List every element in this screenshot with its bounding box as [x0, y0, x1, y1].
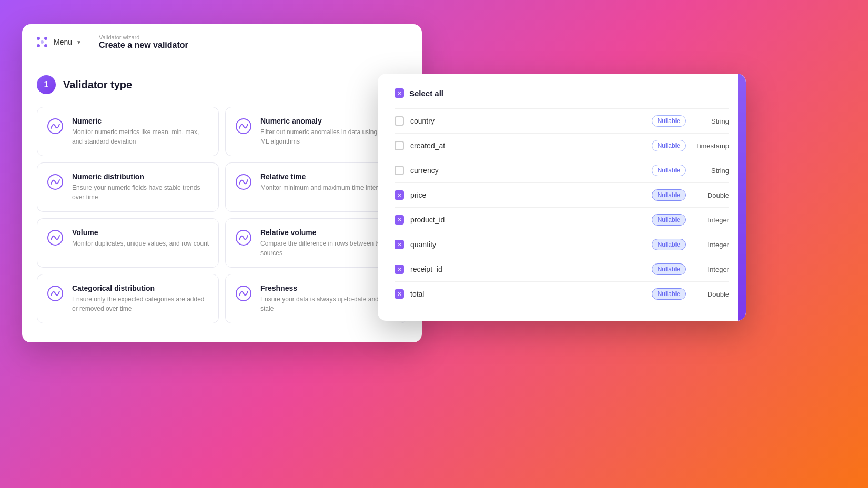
numeric-distribution-desc: Ensure your numeric fields have stable t… — [72, 183, 210, 202]
relative-volume-icon — [234, 228, 253, 247]
svg-point-3 — [44, 44, 47, 47]
column-checkbox-country[interactable] — [395, 116, 404, 126]
nullable-badge-price: Nullable — [652, 189, 686, 201]
wizard-title: Create a new validator — [99, 40, 188, 50]
column-row-total: ✕totalNullableDouble — [395, 281, 729, 306]
type-badge-price: Double — [692, 191, 729, 199]
nullable-badge-created_at: Nullable — [652, 140, 686, 151]
step-header: 1 Validator type — [37, 75, 407, 94]
select-all-checkbox[interactable]: ✕ — [395, 88, 404, 98]
column-row-receipt_id: ✕receipt_idNullableInteger — [395, 257, 729, 281]
freshness-icon — [234, 284, 253, 303]
numeric-distribution-name: Numeric distribution — [72, 172, 210, 181]
header-title-group: Validator wizard Create a new validator — [99, 34, 188, 50]
column-row-currency: currencyNullableString — [395, 158, 729, 182]
numeric-desc: Monitor numeric metrics like mean, min, … — [72, 127, 210, 146]
column-row-created_at: created_atNullableTimestamp — [395, 133, 729, 158]
column-row-quantity: ✕quantityNullableInteger — [395, 232, 729, 257]
select-all-label: Select all — [409, 89, 443, 98]
validator-card-numeric[interactable]: Numeric Monitor numeric metrics like mea… — [37, 107, 219, 156]
volume-name: Volume — [72, 228, 209, 237]
logo-icon — [35, 35, 49, 49]
validator-card-volume[interactable]: Volume Monitor duplicates, unique values… — [37, 218, 219, 268]
relative-time-content: Relative time Monitor minimum and maximu… — [260, 172, 389, 192]
wizard-panel: Menu ▼ Validator wizard Create a new val… — [22, 24, 422, 342]
numeric-icon — [46, 117, 65, 136]
validator-grid: Numeric Monitor numeric metrics like mea… — [37, 107, 407, 323]
step-badge: 1 — [37, 75, 56, 94]
step-title: Validator type — [63, 79, 132, 91]
svg-point-0 — [37, 37, 40, 40]
nullable-badge-product_id: Nullable — [652, 214, 686, 226]
svg-point-4 — [41, 40, 44, 44]
type-badge-created_at: Timestamp — [692, 142, 729, 150]
column-row-product_id: ✕product_idNullableInteger — [395, 207, 729, 232]
volume-desc: Monitor duplicates, unique values, and r… — [72, 239, 209, 248]
type-badge-country: String — [692, 117, 729, 125]
relative-time-name: Relative time — [260, 172, 389, 181]
numeric-anomaly-icon — [234, 117, 253, 136]
column-row-price: ✕priceNullableDouble — [395, 182, 729, 207]
column-name-receipt_id: receipt_id — [410, 265, 645, 273]
menu-label: Menu — [54, 38, 72, 46]
validator-card-numeric-distribution[interactable]: Numeric distribution Ensure your numeric… — [37, 162, 219, 212]
header-divider — [90, 34, 90, 50]
validator-card-categorical-distribution[interactable]: Categorical distribution Ensure only the… — [37, 274, 219, 323]
column-name-country: country — [410, 117, 645, 125]
column-checkbox-total[interactable]: ✕ — [395, 289, 404, 299]
column-checkbox-price[interactable]: ✕ — [395, 190, 404, 200]
relative-time-icon — [234, 172, 253, 191]
breadcrumb: Validator wizard — [99, 34, 188, 40]
nullable-badge-quantity: Nullable — [652, 239, 686, 250]
chevron-down-icon: ▼ — [76, 39, 82, 45]
column-checkbox-created_at[interactable] — [395, 141, 404, 150]
wizard-header: Menu ▼ Validator wizard Create a new val… — [22, 24, 422, 60]
type-badge-currency: String — [692, 167, 729, 175]
type-badge-product_id: Integer — [692, 216, 729, 224]
column-checkbox-quantity[interactable]: ✕ — [395, 240, 404, 249]
column-name-price: price — [410, 191, 645, 199]
categorical-distribution-icon — [46, 284, 65, 303]
numeric-distribution-content: Numeric distribution Ensure your numeric… — [72, 172, 210, 202]
panel-accent — [738, 74, 746, 321]
column-checkbox-product_id[interactable]: ✕ — [395, 215, 404, 225]
numeric-name: Numeric — [72, 117, 210, 125]
column-name-created_at: created_at — [410, 141, 645, 150]
column-rows: countryNullableStringcreated_atNullableT… — [395, 108, 729, 306]
categorical-distribution-content: Categorical distribution Ensure only the… — [72, 284, 210, 313]
type-badge-total: Double — [692, 290, 729, 298]
nullable-badge-currency: Nullable — [652, 165, 686, 176]
column-name-quantity: quantity — [410, 240, 645, 249]
wizard-body: 1 Validator type Numeric Monitor numeric… — [22, 60, 422, 342]
column-name-product_id: product_id — [410, 216, 645, 224]
column-panel: ✕ Select all countryNullableStringcreate… — [378, 74, 746, 321]
column-row-country: countryNullableString — [395, 108, 729, 133]
categorical-distribution-name: Categorical distribution — [72, 284, 210, 292]
column-name-currency: currency — [410, 166, 645, 175]
volume-content: Volume Monitor duplicates, unique values… — [72, 228, 209, 248]
nullable-badge-country: Nullable — [652, 115, 686, 127]
select-all-row: ✕ Select all — [395, 88, 729, 98]
svg-point-2 — [37, 44, 40, 47]
numeric-distribution-icon — [46, 172, 65, 191]
type-badge-receipt_id: Integer — [692, 266, 729, 273]
column-checkbox-currency[interactable] — [395, 166, 404, 175]
column-name-total: total — [410, 290, 645, 298]
relative-time-desc: Monitor minimum and maximum time interva… — [260, 183, 389, 192]
nullable-badge-total: Nullable — [652, 288, 686, 300]
column-checkbox-receipt_id[interactable]: ✕ — [395, 265, 404, 274]
svg-point-1 — [44, 37, 47, 40]
nullable-badge-receipt_id: Nullable — [652, 263, 686, 275]
numeric-content: Numeric Monitor numeric metrics like mea… — [72, 117, 210, 146]
logo-menu[interactable]: Menu ▼ — [35, 35, 82, 49]
volume-icon — [46, 228, 65, 247]
categorical-distribution-desc: Ensure only the expected categories are … — [72, 294, 210, 313]
type-badge-quantity: Integer — [692, 241, 729, 249]
